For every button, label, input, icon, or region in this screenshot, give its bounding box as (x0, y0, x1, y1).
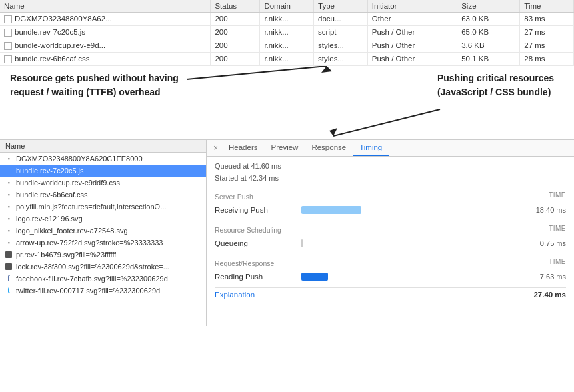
timing-time-receiving-push: 18.40 ms (523, 206, 566, 214)
tab-response[interactable]: Response (305, 140, 353, 156)
timing-bar-receiving-push (301, 206, 517, 214)
top-network-table: Name Status Domain Type Initiator Size T… (0, 0, 574, 66)
row-checkbox[interactable] (4, 42, 12, 50)
file-list-item[interactable]: ▪bundle.rev-6b6caf.css (0, 189, 206, 201)
cell-time: 28 ms (520, 52, 574, 65)
row-checkbox[interactable] (4, 55, 12, 63)
file-icon-dark (4, 250, 13, 259)
cell-status: 200 (211, 52, 260, 65)
file-list-item[interactable]: ffacebook-fill.rev-7cbafb.svg?fill=%2323… (0, 273, 206, 285)
row-checkbox[interactable] (4, 29, 12, 37)
section-header-request-response: Request/Response (215, 259, 274, 267)
cell-domain: r.nikk... (260, 52, 314, 65)
cell-status: 200 (211, 39, 260, 52)
annotation-left-text: Resource gets pushed without having requ… (10, 71, 179, 99)
bar-reading-push (301, 273, 328, 281)
col-header-time[interactable]: Time (520, 0, 574, 13)
timing-bar-reading-push (301, 273, 517, 281)
timing-total-time: 27.40 ms (533, 291, 566, 299)
col-header-status[interactable]: Status (211, 0, 260, 13)
file-list-item[interactable]: ▪polyfill.min.js?features=default,Inters… (0, 201, 206, 213)
cell-time: 27 ms (520, 25, 574, 39)
svg-marker-3 (329, 128, 337, 136)
file-name-text: arrow-up.rev-792f2d.svg?stroke=%23333333 (16, 239, 163, 247)
annotation-area: Resource gets pushed without having requ… (0, 66, 574, 139)
table-row[interactable]: bundle.rev-7c20c5.js 200 r.nikk... scrip… (0, 25, 574, 39)
panel-close-button[interactable]: × (209, 141, 222, 155)
file-list-items: ▪DGXMZO32348800Y8A620C1EE8000bundle.rev-… (0, 153, 206, 297)
cell-type: docu... (314, 13, 368, 26)
file-name-text: logo.rev-e12196.svg (16, 215, 83, 223)
row-checkbox[interactable] (4, 15, 12, 23)
file-icon-facebook: f (4, 274, 13, 283)
file-icon-doc: ▪ (4, 214, 13, 223)
file-name-text: facebook-fill.rev-7cbafb.svg?fill=%23230… (16, 275, 168, 283)
timing-started: Started at 42.34 ms (215, 174, 566, 182)
tab-timing[interactable]: Timing (353, 140, 389, 156)
section-header-resource-scheduling: Resource Scheduling (215, 226, 281, 234)
file-icon-doc: ▪ (4, 226, 13, 235)
cell-name: DGXMZO32348800Y8A62... (0, 13, 211, 26)
col-header-type[interactable]: Type (314, 0, 368, 13)
file-name-text: bundle.rev-6b6caf.css (16, 191, 88, 199)
col-header-domain[interactable]: Domain (260, 0, 314, 13)
cell-initiator: Push / Other (367, 25, 457, 39)
file-name-text: bundle.rev-7c20c5.js (16, 167, 84, 175)
table-row[interactable]: DGXMZO32348800Y8A62... 200 r.nikk... doc… (0, 13, 574, 26)
file-name-text: lock.rev-38f300.svg?fill=%2300629d&strok… (16, 263, 169, 271)
file-list-item[interactable]: ttwitter-fill.rev-000717.svg?fill=%23230… (0, 285, 206, 297)
file-list-item[interactable]: pr.rev-1b4679.svg?fill=%23ffffff (0, 249, 206, 261)
section-time-label-0: TIME (523, 191, 566, 199)
cell-size: 65.0 KB (457, 25, 520, 39)
col-header-initiator[interactable]: Initiator (367, 0, 457, 13)
table-row[interactable]: bundle.rev-6b6caf.css 200 r.nikk... styl… (0, 52, 574, 65)
col-header-name[interactable]: Name (0, 0, 211, 13)
tab-headers[interactable]: Headers (222, 140, 264, 156)
timing-total-row: Explanation 27.40 ms (215, 287, 566, 299)
section-time-label-1: TIME (523, 225, 566, 232)
table-row[interactable]: bundle-worldcup.rev-e9d... 200 r.nikk...… (0, 39, 574, 52)
file-list-item[interactable]: ▪DGXMZO32348800Y8A620C1EE8000 (0, 153, 206, 165)
file-icon-doc: ▪ (4, 202, 13, 211)
svg-line-0 (187, 66, 327, 79)
file-list-item[interactable]: bundle.rev-7c20c5.js (0, 165, 206, 177)
timing-content: Queued at 41.60 ms Started at 42.34 ms S… (207, 157, 574, 326)
timing-bar-queueing (301, 239, 517, 247)
timing-queued: Queued at 41.60 ms (215, 162, 566, 170)
cell-type: styles... (314, 39, 368, 52)
file-icon-twitter: t (4, 286, 13, 295)
timing-label-reading-push: Reading Push (215, 273, 301, 281)
timing-label-receiving-push: Receiving Push (215, 206, 301, 214)
file-list-item[interactable]: ▪bundle-worldcup.rev-e9ddf9.css (0, 177, 206, 189)
file-list-item[interactable]: ▪arrow-up.rev-792f2d.svg?stroke=%2333333… (0, 237, 206, 249)
cell-name: bundle.rev-7c20c5.js (0, 25, 211, 39)
cell-status: 200 (211, 13, 260, 26)
file-name-text: pr.rev-1b4679.svg?fill=%23ffffff (16, 251, 116, 259)
timing-row-queueing: Queueing 0.75 ms (215, 237, 566, 250)
file-list-item[interactable]: ▪logo_nikkei_footer.rev-a72548.svg (0, 225, 206, 237)
cell-time: 83 ms (520, 13, 574, 26)
bar-receiving-push (301, 206, 361, 214)
cell-domain: r.nikk... (260, 25, 314, 39)
file-list-panel: Name ▪DGXMZO32348800Y8A620C1EE8000bundle… (0, 140, 207, 326)
cell-initiator: Push / Other (367, 52, 457, 65)
cell-domain: r.nikk... (260, 39, 314, 52)
cell-size: 50.1 KB (457, 52, 520, 65)
file-icon-doc: ▪ (4, 190, 13, 199)
tabs-bar: × Headers Preview Response Timing (207, 140, 574, 157)
cell-domain: r.nikk... (260, 13, 314, 26)
cell-size: 3.6 KB (457, 39, 520, 52)
timing-explanation-link[interactable]: Explanation (215, 291, 301, 299)
file-list-item[interactable]: lock.rev-38f300.svg?fill=%2300629d&strok… (0, 261, 206, 273)
file-name-text: polyfill.min.js?features=default,Interse… (16, 203, 166, 211)
tab-preview[interactable]: Preview (264, 140, 305, 156)
file-name-text: logo_nikkei_footer.rev-a72548.svg (16, 227, 128, 235)
timing-time-reading-push: 7.63 ms (523, 273, 566, 281)
file-icon-dark (4, 262, 13, 271)
file-list-item[interactable]: ▪logo.rev-e12196.svg (0, 213, 206, 225)
file-name-text: DGXMZO32348800Y8A620C1EE8000 (16, 155, 143, 163)
svg-line-2 (333, 109, 440, 136)
col-header-size[interactable]: Size (457, 0, 520, 13)
cell-name: bundle.rev-6b6caf.css (0, 52, 211, 65)
timing-label-queueing: Queueing (215, 239, 301, 247)
